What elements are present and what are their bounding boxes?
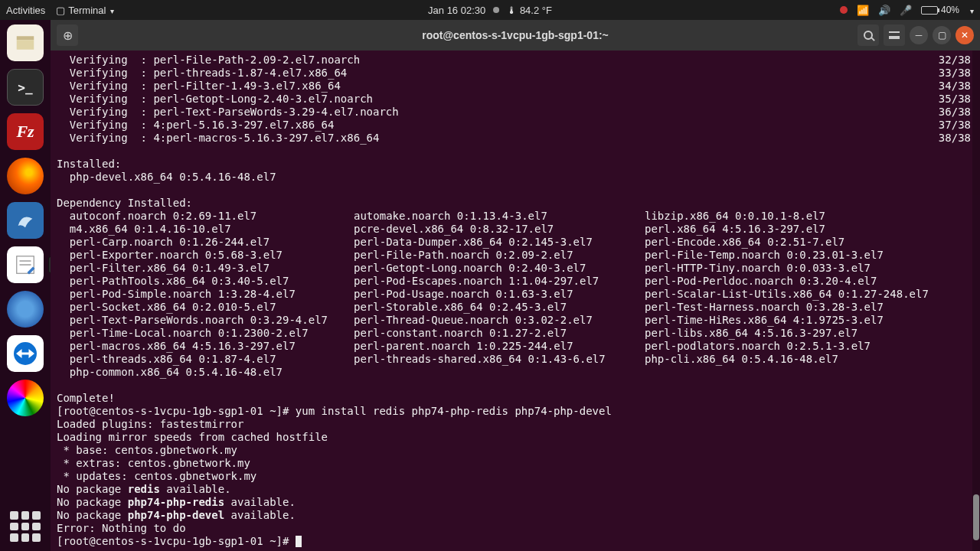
close-button[interactable]: ✕ (956, 26, 974, 44)
weather-indicator[interactable]: 🌡 84.2 °F (507, 5, 552, 16)
battery-percent: 40% (941, 5, 959, 15)
notification-dot-icon (493, 7, 499, 13)
terminal-window: ⊕ root@centos-s-1vcpu-1gb-sgp1-01:~ ─ ▢ … (51, 20, 980, 551)
minimize-button[interactable]: ─ (910, 26, 928, 44)
minimize-icon: ─ (916, 30, 923, 41)
terminal-icon: ▢ (56, 5, 65, 16)
new-tab-button[interactable]: ⊕ (57, 24, 78, 46)
dock-item-teamviewer[interactable] (7, 335, 44, 372)
scrollbar-thumb[interactable] (973, 494, 979, 540)
dolphin-icon (15, 210, 36, 231)
activities-button[interactable]: Activities (6, 5, 45, 16)
thermometer-icon: 🌡 (507, 5, 517, 16)
battery-icon (921, 6, 938, 15)
window-titlebar[interactable]: ⊕ root@centos-s-1vcpu-1gb-sgp1-01:~ ─ ▢ … (51, 20, 980, 51)
svg-rect-1 (17, 40, 34, 50)
app-menu[interactable]: ▢ Terminal (56, 5, 114, 16)
gnome-topbar: Activities ▢ Terminal Jan 16 02:30 🌡 84.… (0, 0, 980, 20)
plus-icon: ⊕ (63, 28, 73, 43)
dock-item-mysql-workbench[interactable] (7, 202, 44, 239)
dock-item-terminal[interactable]: >_ (7, 69, 44, 106)
system-menu-chevron-icon[interactable] (969, 5, 974, 16)
window-title: root@centos-s-1vcpu-1gb-sgp1-01:~ (422, 29, 609, 41)
dock-item-firefox[interactable] (7, 158, 44, 194)
volume-icon[interactable]: 🔊 (878, 5, 890, 16)
terminal-scrollbar[interactable] (972, 51, 980, 551)
dock-item-color-app[interactable] (7, 380, 44, 416)
search-icon (864, 31, 873, 40)
dock-item-text-editor[interactable]: Text Editor (7, 246, 44, 283)
clock[interactable]: Jan 16 02:30 (428, 5, 485, 16)
microphone-icon[interactable]: 🎤 (900, 5, 912, 16)
menu-button[interactable] (884, 24, 905, 46)
maximize-icon: ▢ (938, 30, 946, 41)
terminal-output: Verifying : perl-File-Path-2.09-2.el7.no… (57, 54, 974, 548)
dock: >_ Fz Text Editor (0, 20, 51, 551)
wifi-icon[interactable]: 📶 (857, 5, 869, 16)
hamburger-icon (889, 31, 900, 39)
svg-rect-0 (17, 36, 34, 40)
dock-item-filezilla[interactable]: Fz (7, 113, 44, 150)
filezilla-icon: Fz (16, 122, 34, 142)
dock-item-thunderbird[interactable] (7, 291, 44, 328)
terminal-prompt-icon: >_ (18, 80, 32, 95)
app-menu-label: Terminal (68, 5, 106, 16)
dock-item-files[interactable] (7, 24, 44, 61)
chevron-down-icon (109, 5, 114, 16)
weather-temp: 84.2 °F (520, 5, 552, 16)
terminal-viewport[interactable]: Verifying : perl-File-Path-2.09-2.el7.no… (51, 51, 980, 551)
maximize-button[interactable]: ▢ (933, 26, 951, 44)
close-icon: ✕ (961, 30, 969, 41)
dock-show-applications[interactable] (10, 511, 41, 542)
file-manager-icon (14, 31, 37, 54)
teamviewer-icon (11, 340, 39, 367)
text-editor-icon (14, 253, 37, 276)
battery-indicator[interactable]: 40% (921, 5, 959, 15)
search-button[interactable] (858, 24, 879, 46)
recording-indicator-icon[interactable] (840, 6, 848, 14)
